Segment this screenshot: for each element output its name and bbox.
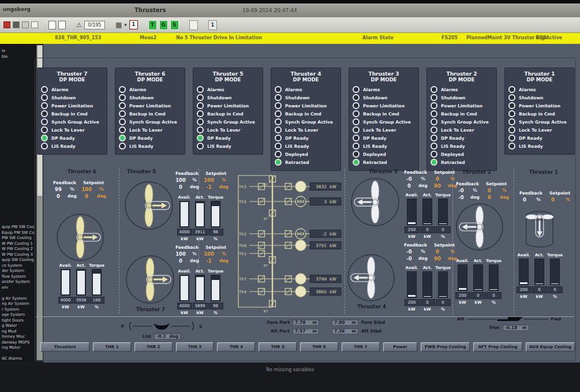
status-led (119, 94, 126, 101)
alarm-bell-icon[interactable]: ⚠ (76, 22, 82, 28)
print-icon[interactable] (48, 21, 56, 29)
dp-panel-thruster-5: Thruster 5 DP MODE Alarms Shutdown Power… (193, 68, 263, 155)
sidebar-item[interactable]: ce System (2, 263, 36, 269)
status-led (353, 135, 360, 141)
deg-unit: deg (95, 193, 108, 199)
sidebar-item[interactable]: g Air System (2, 296, 36, 302)
tile-blank-button[interactable] (189, 20, 198, 30)
status-led (119, 118, 126, 125)
sidebar-item[interactable]: PW SW Cooling (2, 236, 36, 241)
sidebar-item[interactable]: W PW Cooling 3 (2, 252, 36, 258)
nav-thr3-button[interactable]: THR 3 (176, 342, 214, 352)
sidebar-item[interactable]: der System (2, 268, 36, 274)
sidebar-item[interactable]: AC Alarms (2, 356, 36, 362)
setpoint-pct: 0 (481, 188, 497, 193)
tile-s-button[interactable]: S (170, 20, 179, 30)
tunnel-thruster-icon (523, 208, 556, 251)
sidebar-item[interactable]: ng Air System (2, 301, 36, 307)
sidebar-item[interactable]: ing Motor (2, 345, 36, 351)
bus-tie-label: BT (264, 217, 268, 221)
status-label: Shutdown (519, 95, 543, 100)
gauge-bar (211, 275, 220, 301)
gauge-value: 250 (405, 226, 420, 233)
alarm-line[interactable]: 838_THR_905_153 Meas2 No 5 Thruster Driv… (0, 33, 580, 44)
nav-thr2-button[interactable]: THR 2 (134, 342, 173, 352)
sidebar-item[interactable]: le (2, 48, 36, 54)
gauge-value: 3911 (193, 229, 208, 236)
tool-icon-3[interactable] (31, 21, 38, 28)
feeder-label: Th2 (238, 232, 246, 237)
feedback-pct: -0 (454, 188, 469, 193)
sidebar-item[interactable]: Equip PW SW Co (2, 230, 36, 236)
sidebar-item[interactable]: tight Doors (2, 318, 36, 324)
gauge-unit: kW (408, 307, 415, 312)
gauge-label: Torque (435, 193, 451, 197)
copy-icon[interactable] (58, 21, 66, 29)
sidebar-item[interactable]: age System (2, 312, 36, 318)
status-label: Alarms (285, 87, 302, 92)
feedback-pct: 99 (51, 186, 66, 192)
sidebar-item[interactable]: flow System (2, 274, 36, 280)
sidebar-item[interactable]: W PW Cooling 2 (2, 247, 36, 252)
tile-g-button[interactable]: G (159, 20, 168, 30)
status-led (353, 151, 360, 158)
gauge-label: Avail. (518, 253, 530, 257)
dp-panel-thruster-3: Thruster 3 DP MODE Alarms Shutdown Power… (349, 68, 419, 171)
sidebar-item[interactable]: hinney Misc (2, 334, 36, 340)
status-label: Backup in Cmd (363, 111, 399, 117)
thruster-7-title: Thruster 7 (117, 307, 185, 312)
feeder-label: Th1 (238, 252, 246, 256)
divider (514, 169, 514, 314)
nav-aux-equip-cooling-button[interactable]: AUX Equip Cooling (526, 342, 575, 352)
sidebar-item[interactable]: W PW Cooling 1 (2, 241, 36, 247)
nav-thr6-button[interactable]: THR 6 (300, 342, 338, 352)
nav-thr7-button[interactable]: THR 7 (342, 342, 380, 352)
tile-t-button[interactable]: T (148, 20, 157, 30)
nav-thr5-button[interactable]: THR 5 (259, 342, 297, 352)
sidebar-item[interactable]: quip PW SW Coo (2, 225, 36, 230)
nav-thrusters-button[interactable]: Thrusters (40, 342, 89, 352)
nav-thr4-button[interactable]: THR 4 (217, 342, 255, 352)
tool-icon-1[interactable] (13, 21, 20, 28)
generator-label: DG2 (297, 200, 305, 203)
page-number[interactable]: 1 (129, 20, 138, 29)
status-led (197, 94, 204, 101)
dp-panel-title: Thruster 2 (431, 71, 493, 77)
alarm-source: Meas2 (140, 35, 156, 40)
status-led (197, 110, 204, 117)
status-led (41, 102, 48, 109)
status-label: DP Ready (519, 136, 542, 141)
sidebar-item[interactable]: danway MGPS (2, 340, 36, 346)
gauge-value: 0 (532, 286, 547, 293)
nav-thr1-button[interactable]: THR 1 (93, 342, 131, 352)
tool-icon-2[interactable] (22, 21, 29, 28)
nav-power-button[interactable]: Power (383, 342, 417, 352)
gauge-label: Act. (196, 195, 205, 200)
generator-kw: -2 (323, 232, 327, 237)
sidebar-item[interactable]: g Water (2, 323, 36, 329)
tile-1-button[interactable]: 1 (208, 20, 217, 30)
fore-stbd-label: Fore Stbd (361, 320, 385, 325)
gauge-value: 4000 (177, 229, 192, 236)
grid-icon[interactable]: ▦ (115, 21, 122, 28)
sidebar-item[interactable]: ansfer System (2, 279, 36, 285)
sidebar-item[interactable]: r System (2, 307, 36, 313)
chevron-down-icon[interactable]: ▾ (124, 22, 127, 28)
fore-port-field: 7.78m (293, 319, 319, 326)
app-icon[interactable] (3, 21, 10, 28)
sidebar-item[interactable]: quip SW Cooling (2, 257, 36, 263)
sidebar-item[interactable]: ng Mud (2, 329, 36, 335)
status-led (431, 102, 437, 109)
gauge-value: 200 (455, 292, 470, 299)
divider (119, 169, 119, 314)
setpoint-label: Setpoint (78, 180, 108, 185)
pct-unit: % (217, 251, 231, 257)
nav-aft-prop-cooling-button[interactable]: AFT Prop Cooling (473, 342, 522, 352)
sidebar-item[interactable]: ble (2, 54, 36, 60)
nav-fwd-prop-cooling-button[interactable]: FWD Prop Cooling (421, 342, 470, 352)
status-label: Power Limitation (285, 103, 327, 109)
gauge-bar (195, 201, 205, 227)
sidebar-item[interactable]: em (2, 285, 36, 291)
thruster-4-gauge: Avail.Act.Torque 20000 kWkW% (404, 266, 451, 312)
generator-kw: 3 (324, 199, 327, 204)
